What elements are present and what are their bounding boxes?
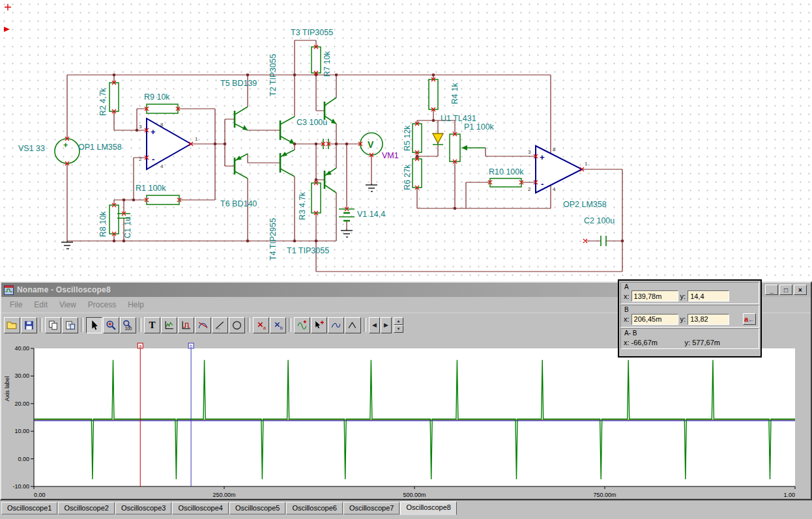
component-t1[interactable] [325,168,336,193]
vs1-label[interactable]: VS1 33 [18,144,45,153]
t4-label[interactable]: T4 TIP2955 [268,218,278,260]
component-c3[interactable] [323,139,328,149]
cursor-a-tool-button[interactable]: a [253,317,269,333]
zoom-100-button[interactable]: 100 [120,317,136,333]
c3-label[interactable]: C3 100u [297,118,327,127]
ellipse-tool-button[interactable] [229,317,245,333]
autoscale-button[interactable] [178,317,194,333]
schematic-canvas[interactable]: VS1 33OP1 LM358R2 4.7kR9 10kR1 100kR8 10… [0,0,812,281]
spinner-up-button[interactable]: ▲ [394,317,403,325]
component-r1[interactable] [147,195,179,204]
curve-spinner: ▲ ▼ [394,317,403,333]
c2-label[interactable]: C2 100u [584,216,615,225]
next-curve-button[interactable]: ▶ [381,317,392,333]
pick-point-button[interactable] [311,317,327,333]
v1-label[interactable]: V1 14,4 [357,210,385,219]
r5-label[interactable]: R5 12k [403,125,412,151]
op2-label[interactable]: OP2 LM358 [563,200,607,209]
plot-background[interactable] [34,348,795,486]
component-r6[interactable] [413,159,422,188]
component-c2[interactable] [601,236,606,246]
copy-page-button[interactable] [62,317,78,333]
copy-button[interactable] [45,317,61,333]
tab-oscilloscope4[interactable]: Oscilloscope4 [172,502,228,514]
add-curve-button[interactable] [294,317,310,333]
ground-symbol-vs1[interactable] [61,241,73,249]
t6-label[interactable]: T6 BD140 [220,199,257,208]
t5-label[interactable]: T5 BD139 [220,79,257,88]
ground-symbol-vm1[interactable] [366,184,377,191]
u1-label[interactable]: U1 TL431 [441,114,476,123]
p1-label[interactable]: P1 100k [464,122,495,132]
r10-label[interactable]: R10 100k [489,167,524,176]
t3-label[interactable]: T3 TIP3055 [291,28,333,37]
component-v1-battery[interactable] [339,209,355,221]
component-t6[interactable] [235,154,248,178]
op1-label[interactable]: OP1 LM358 [78,143,122,152]
pointer-tool-button[interactable] [86,317,102,333]
tab-oscilloscope2[interactable]: Oscilloscope2 [58,502,114,514]
menu-process[interactable]: Process [82,299,122,311]
c1-label[interactable]: C1 1u [123,217,132,238]
trim-curve-button[interactable] [195,317,211,333]
component-r8[interactable] [109,205,119,234]
tab-oscilloscope7[interactable]: Oscilloscope7 [343,502,399,514]
ground-symbol-v1[interactable] [341,229,353,237]
x-tick-label: 0.00 [34,492,46,498]
close-button[interactable]: × [794,285,807,295]
oscilloscope-plot[interactable]: 40.0030.0020.0010.000.00-10.000.00250.00… [3,337,812,501]
open-file-button[interactable] [4,317,20,333]
r4-label[interactable]: R4 1k [450,83,459,104]
r2-label[interactable]: R2 4.7k [98,87,108,116]
jump-to-cursor-a-button[interactable]: a← [743,313,756,325]
component-r3[interactable] [312,183,321,213]
minimize-button[interactable]: _ [765,285,778,295]
restore-button[interactable]: □ [779,285,792,295]
r1-label[interactable]: R1 100k [136,184,166,193]
prev-curve-button[interactable]: ◀ [369,317,380,333]
component-r5[interactable] [413,124,422,152]
component-t2[interactable] [280,117,295,144]
menu-help[interactable]: Help [122,299,150,311]
r7-label[interactable]: R7 10k [323,51,332,77]
cursor-a-x-input[interactable] [631,290,678,302]
t1-label[interactable]: T1 TIP3055 [287,246,329,255]
component-u1-tl431[interactable] [433,133,443,145]
menu-edit[interactable]: Edit [28,299,53,311]
r9-label[interactable]: R9 10k [144,92,170,102]
r6-label[interactable]: R6 27k [403,164,412,190]
component-r2[interactable] [109,83,119,111]
component-t4[interactable] [280,150,295,176]
op1-plus: + [151,127,156,137]
text-tool-button[interactable]: T [144,317,160,333]
tab-oscilloscope6[interactable]: Oscilloscope6 [286,502,342,514]
cursor-b-tool-button[interactable]: b [270,317,286,333]
linearize-button[interactable] [345,317,361,333]
tab-oscilloscope1[interactable]: Oscilloscope1 [1,502,57,514]
tab-oscilloscope5[interactable]: Oscilloscope5 [229,502,285,514]
zoom-in-button[interactable] [103,317,119,333]
r8-label[interactable]: R8 10k [98,211,108,237]
component-t5[interactable] [235,107,248,130]
menu-view[interactable]: View [53,299,82,311]
spinner-down-button[interactable]: ▼ [394,325,403,333]
t2-label[interactable]: T2 TIP3055 [268,54,278,96]
set-axis-button[interactable] [161,317,177,333]
component-r9[interactable] [147,104,178,113]
r3-label[interactable]: R3 4.7k [298,191,307,220]
slope-tool-button[interactable] [212,317,228,333]
y-tick-label: 40.00 [14,345,29,352]
component-r7[interactable] [312,47,321,73]
tab-oscilloscope8[interactable]: Oscilloscope8 [400,501,456,515]
cursor-b-y-input[interactable] [688,314,729,325]
menu-file[interactable]: File [4,299,28,311]
vm1-label[interactable]: VM1 [382,151,399,160]
tab-oscilloscope3[interactable]: Oscilloscope3 [115,502,171,514]
smooth-curve-button[interactable] [328,317,344,333]
cursor-b-x-input[interactable] [631,314,678,325]
component-p1[interactable] [450,134,486,161]
component-r4[interactable] [429,79,438,109]
save-button[interactable] [21,317,37,333]
cursor-a-y-input[interactable] [688,290,729,302]
component-r10[interactable] [490,178,521,187]
